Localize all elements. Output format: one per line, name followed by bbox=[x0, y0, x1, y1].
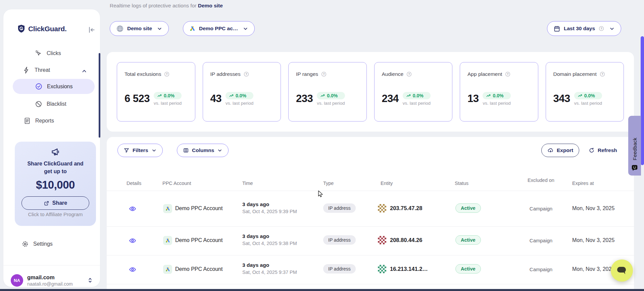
feedback-tab[interactable]: Feedback bbox=[628, 116, 641, 176]
svg-text:?: ? bbox=[601, 27, 602, 30]
sidebar-item-label: Settings bbox=[33, 241, 53, 247]
chat-bubble-icon bbox=[617, 266, 627, 275]
site-selector-value: Demo site bbox=[127, 26, 152, 32]
megaphone-icon bbox=[15, 142, 96, 157]
page-scrollbar-thumb[interactable] bbox=[641, 36, 644, 165]
refresh-button[interactable]: Refresh bbox=[586, 144, 620, 157]
badge-check-icon bbox=[35, 83, 43, 90]
sidebar-item-label: Exclusions bbox=[47, 84, 72, 90]
details-eye-icon[interactable] bbox=[129, 237, 136, 244]
table-row[interactable]: Demo PPC Account 3 days ago Sat, Oct 4, … bbox=[107, 255, 634, 284]
ppc-account-dropdown[interactable]: Demo PPC ac… bbox=[183, 21, 255, 36]
google-ads-icon bbox=[163, 204, 172, 213]
svg-text:?: ? bbox=[507, 73, 509, 76]
sidebar-item-label: Reports bbox=[35, 118, 54, 124]
entity-identicon bbox=[378, 265, 386, 273]
account-switcher[interactable]: NA gmail.com naatali.ro@gmail.com bbox=[11, 271, 93, 290]
time-relative: 3 days ago bbox=[242, 201, 297, 207]
trend-value: 0.0% bbox=[236, 93, 246, 98]
svg-text:?: ? bbox=[601, 73, 603, 76]
cloud-download-icon bbox=[547, 147, 554, 154]
google-ads-icon bbox=[163, 236, 172, 245]
table-row[interactable]: Demo PPC Account 3 days ago Sat, Oct 4, … bbox=[107, 226, 634, 255]
stat-value: 6 523 bbox=[125, 92, 150, 105]
help-circle-icon[interactable]: ? bbox=[505, 71, 511, 77]
entity-identicon bbox=[378, 236, 386, 244]
sidebar-collapse-icon[interactable] bbox=[87, 26, 96, 34]
chevron-down-icon bbox=[151, 148, 157, 153]
sidebar: ClickGuard. Clicks Threat Exclusions Bla… bbox=[3, 9, 100, 287]
table-row[interactable]: Demo PPC Account 3 days ago Sat, Oct 4, … bbox=[107, 191, 634, 226]
share-button[interactable]: Share bbox=[21, 196, 89, 210]
help-circle-icon[interactable]: ? bbox=[406, 71, 412, 77]
stat-label: IP ranges bbox=[296, 71, 318, 77]
stat-caption: vs. last period bbox=[574, 101, 602, 106]
columns-button[interactable]: Columns bbox=[177, 144, 229, 157]
sidebar-item-label: Blacklist bbox=[47, 101, 66, 107]
time-absolute: Sat, Oct 4, 2025 9:39 PM bbox=[242, 209, 297, 214]
entity-cell: 203.75.47.28 bbox=[378, 204, 422, 212]
date-range-dropdown[interactable]: Last 30 days ? bbox=[547, 21, 621, 36]
stat-card-app-placement: App placement? 13 0.0% vs. last period bbox=[460, 62, 538, 122]
brand-logo: ClickGuard. bbox=[17, 24, 67, 33]
brand-name: ClickGuard. bbox=[28, 25, 67, 33]
column-header-time: Time bbox=[242, 181, 253, 186]
chevron-down-icon bbox=[609, 26, 615, 32]
affiliate-caption[interactable]: Click to Affiliate Program bbox=[15, 211, 96, 217]
export-button[interactable]: Export bbox=[541, 144, 579, 157]
svg-text:?: ? bbox=[166, 73, 168, 76]
stat-value: 233 bbox=[296, 92, 313, 105]
help-circle-icon[interactable]: ? bbox=[243, 71, 249, 77]
entity-value: 203.75.47.28 bbox=[390, 205, 422, 211]
sidebar-item-reports[interactable]: Reports bbox=[23, 117, 54, 125]
stat-label: IP addresses bbox=[210, 71, 241, 77]
column-header-ppc-account: PPC Account bbox=[162, 181, 191, 186]
stat-value: 43 bbox=[210, 92, 221, 105]
page-subtitle: Realtime logs of protective actions for … bbox=[110, 3, 223, 9]
entity-value: 16.213.141.2… bbox=[390, 266, 428, 272]
chevron-down-icon bbox=[157, 26, 162, 32]
help-circle-icon[interactable]: ? bbox=[598, 26, 604, 32]
sidebar-divider bbox=[3, 265, 100, 265]
trend-up-icon bbox=[157, 93, 162, 98]
help-circle-icon[interactable]: ? bbox=[164, 71, 170, 77]
chevron-up-down-icon bbox=[87, 277, 93, 284]
entity-cell: 16.213.141.2… bbox=[378, 265, 428, 273]
chevron-up-icon[interactable] bbox=[81, 68, 87, 74]
funnel-icon bbox=[123, 147, 130, 153]
trend-badge: 0.0% bbox=[403, 92, 431, 99]
help-circle-icon[interactable]: ? bbox=[599, 71, 605, 77]
details-eye-icon[interactable] bbox=[129, 205, 136, 212]
site-selector-dropdown[interactable]: Demo site bbox=[110, 21, 169, 36]
exclusions-table-panel: Filters Columns Export Refresh Details P… bbox=[107, 137, 634, 291]
type-badge: IP address bbox=[323, 235, 356, 245]
columns-label: Columns bbox=[192, 147, 214, 153]
stat-label: Total exclusions bbox=[125, 71, 161, 77]
status-badge: Active bbox=[455, 203, 481, 213]
sidebar-item-blacklist[interactable]: Blacklist bbox=[35, 100, 66, 108]
time-absolute: Sat, Oct 4, 2025 9:38 PM bbox=[242, 241, 297, 246]
gear-icon bbox=[21, 240, 29, 248]
excluded-on-cell: Campaign bbox=[521, 238, 561, 243]
ban-icon bbox=[35, 100, 42, 108]
trend-up-icon bbox=[229, 93, 234, 98]
columns-icon bbox=[183, 147, 189, 153]
sidebar-scrollbar[interactable] bbox=[99, 53, 100, 138]
feedback-smiley-icon bbox=[631, 164, 638, 172]
sidebar-item-clicks[interactable]: Clicks bbox=[35, 50, 61, 57]
sidebar-item-threat[interactable]: Threat bbox=[23, 66, 50, 74]
details-eye-icon[interactable] bbox=[129, 266, 136, 273]
stat-label: App placement bbox=[467, 71, 502, 77]
column-header-type: Type bbox=[323, 181, 334, 186]
sidebar-item-exclusions[interactable]: Exclusions bbox=[35, 83, 72, 90]
stat-caption: vs. last period bbox=[226, 101, 253, 106]
help-circle-icon[interactable]: ? bbox=[321, 71, 327, 77]
filters-button[interactable]: Filters bbox=[117, 144, 163, 157]
expires-at-cell: Mon, Nov 3, 2025 bbox=[572, 205, 614, 211]
trend-badge: 0.0% bbox=[226, 92, 253, 99]
stat-card-ip-addresses: IP addresses? 43 0.0% vs. last period bbox=[203, 62, 281, 122]
chat-launcher-button[interactable] bbox=[611, 259, 633, 282]
sidebar-item-settings[interactable]: Settings bbox=[21, 240, 53, 248]
expires-at-cell: Mon, Nov 3, 2025 bbox=[572, 266, 614, 272]
svg-text:?: ? bbox=[323, 73, 325, 76]
